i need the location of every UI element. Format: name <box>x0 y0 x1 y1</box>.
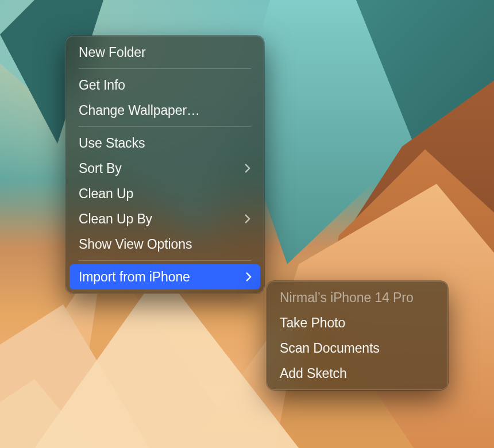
menu-item-change-wallpaper[interactable]: Change Wallpaper… <box>66 98 264 123</box>
menu-item-label: Clean Up By <box>79 211 238 227</box>
menu-item-clean-up[interactable]: Clean Up <box>66 181 264 206</box>
menu-item-label: Clean Up <box>79 186 251 202</box>
menu-item-get-info[interactable]: Get Info <box>66 72 264 98</box>
menu-item-label: Add Sketch <box>280 366 435 381</box>
menu-separator <box>79 126 251 127</box>
menu-item-label: Take Photo <box>280 315 435 331</box>
menu-item-sort-by[interactable]: Sort By <box>66 156 264 181</box>
menu-item-new-folder[interactable]: New Folder <box>66 40 264 65</box>
menu-item-label: Use Stacks <box>79 136 251 151</box>
menu-item-label: Sort By <box>79 161 238 176</box>
submenu-item-take-photo[interactable]: Take Photo <box>267 310 447 335</box>
menu-item-label: New Folder <box>79 45 251 60</box>
chevron-right-icon <box>245 163 251 173</box>
menu-item-label: Scan Documents <box>280 341 435 356</box>
menu-item-use-stacks[interactable]: Use Stacks <box>66 130 264 156</box>
submenu-item-scan-documents[interactable]: Scan Documents <box>267 335 447 361</box>
menu-item-clean-up-by[interactable]: Clean Up By <box>66 206 264 231</box>
menu-separator <box>79 68 251 69</box>
context-menu: New Folder Get Info Change Wallpaper… Us… <box>65 36 264 293</box>
context-submenu: Nirmal’s iPhone 14 Pro Take Photo Scan D… <box>267 281 448 390</box>
submenu-header-label: Nirmal’s iPhone 14 Pro <box>280 290 435 306</box>
menu-item-label: Import from iPhone <box>79 269 239 285</box>
chevron-right-icon <box>246 272 252 282</box>
chevron-right-icon <box>245 214 251 224</box>
submenu-header: Nirmal’s iPhone 14 Pro <box>267 285 447 310</box>
submenu-item-add-sketch[interactable]: Add Sketch <box>267 361 447 386</box>
menu-item-import-from-iphone[interactable]: Import from iPhone <box>70 264 260 289</box>
menu-separator <box>79 260 251 261</box>
menu-item-label: Show View Options <box>79 237 251 252</box>
menu-item-label: Get Info <box>79 78 251 93</box>
menu-item-label: Change Wallpaper… <box>79 103 251 118</box>
menu-item-show-view-options[interactable]: Show View Options <box>66 231 264 257</box>
